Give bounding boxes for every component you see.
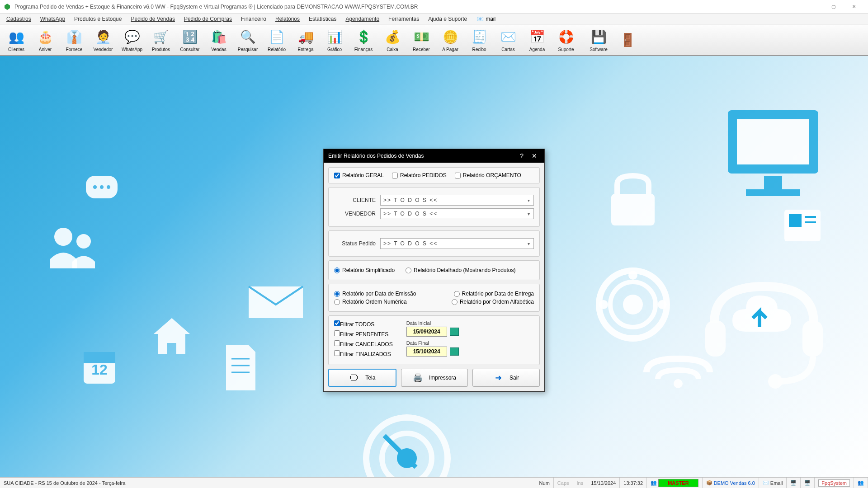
menu-produtos-estoque[interactable]: Produtos e Estoque <box>70 15 126 23</box>
toolbar-gráfico[interactable]: 📊Gráfico <box>320 25 349 54</box>
toolbar-entrega[interactable]: 🚚Entrega <box>291 25 320 54</box>
menu-ajuda-suporte[interactable]: Ajuda e Suporte <box>424 15 472 23</box>
data-inicial-input[interactable] <box>406 327 447 337</box>
sair-button[interactable]: ➜ Sair <box>472 369 540 387</box>
toolbar-receber[interactable]: 💵Receber <box>407 25 436 54</box>
menu-relatorios[interactable]: Relatórios <box>271 15 304 23</box>
toolbar-whatsapp[interactable]: 💬WhatsApp <box>118 25 146 54</box>
data-inicial-label: Data Inicial <box>406 320 459 326</box>
toolbar-vendas[interactable]: 🛍️Vendas <box>204 25 233 54</box>
status-time: 13:37:32 <box>620 478 647 488</box>
svg-rect-16 <box>746 189 800 196</box>
status-combo[interactable]: >> T O D O S << ▾ <box>380 238 534 249</box>
cliente-combo[interactable]: >> T O D O S << ▾ <box>380 195 534 206</box>
clientes-icon: 👥 <box>7 28 25 46</box>
menu-estatisticas[interactable]: Estatísticas <box>304 15 341 23</box>
toolbar-fornece[interactable]: 👔Fornece <box>60 25 89 54</box>
toolbar-exit[interactable]: 🚪 <box>613 25 642 54</box>
status-people-icon[interactable]: 👥 <box>854 478 868 488</box>
svg-text:12: 12 <box>91 361 108 378</box>
toolbar-vendedor[interactable]: 🧑‍💼Vendedor <box>89 25 118 54</box>
check-filtrar-pendentes[interactable]: Filtrar PENDENTES <box>334 330 393 338</box>
toolbar-caixa[interactable]: 💰Caixa <box>378 25 407 54</box>
menu-cadastros[interactable]: Cadastros <box>2 15 36 23</box>
maximize-button[interactable]: ▢ <box>823 0 844 14</box>
toolbar-produtos[interactable]: 🛒Produtos <box>146 25 175 54</box>
status-brand[interactable]: FpqSystem <box>815 478 854 488</box>
toolbar-software[interactable]: 💾Software <box>584 25 613 54</box>
radio-data-entrega[interactable]: Relatório por Data de Entrega <box>454 291 534 297</box>
gráfico-icon: 📊 <box>326 28 344 46</box>
svg-point-30 <box>768 374 783 389</box>
menu-pedido-compras[interactable]: Pedido de Compras <box>179 15 236 23</box>
check-filtrar-finalizados[interactable]: Filtrar FINALIZADOS <box>334 350 393 357</box>
vendedor-combo[interactable]: >> T O D O S << ▾ <box>380 208 534 219</box>
radio-data-emissao[interactable]: Relatório por Data de Emissão <box>334 291 416 297</box>
window-titlebar: Programa Pedido de Vendas + Estoque & Fi… <box>0 0 868 14</box>
menu-whatsapp[interactable]: WhatsApp <box>36 15 70 23</box>
vendedor-icon: 🧑‍💼 <box>94 28 112 46</box>
workspace: 12 Emitir Relatório dos Pedidos de Venda… <box>0 56 868 477</box>
svg-point-3 <box>107 185 110 189</box>
radio-ordem-numerica[interactable]: Relatório Ordem Numérica <box>334 299 407 305</box>
user-icon: 👥 <box>651 480 657 486</box>
status-screen-icon[interactable]: 🖥️ <box>787 478 801 488</box>
toolbar-relatório[interactable]: 📄Relatório <box>262 25 291 54</box>
svg-rect-14 <box>737 119 809 164</box>
menu-mail[interactable]: 📧 mail <box>477 16 495 22</box>
software-icon: 💾 <box>590 28 608 46</box>
svg-point-31 <box>674 379 683 388</box>
menu-pedido-vendas[interactable]: Pedido de Vendas <box>126 15 179 23</box>
check-filtrar-todos[interactable]: Filtrar TODOS <box>334 320 393 328</box>
toolbar-a pagar[interactable]: 🪙A Pagar <box>436 25 465 54</box>
agenda-icon: 📅 <box>528 28 546 46</box>
radio-ordem-alfabetica[interactable]: Relatório por Ordem Alfabética <box>452 299 534 305</box>
svg-point-19 <box>623 295 643 314</box>
status-demo: 📦 DEMO Vendas 6.0 <box>703 478 759 488</box>
exit-icon: ➜ <box>493 373 503 383</box>
toolbar-agenda[interactable]: 📅Agenda <box>523 25 552 54</box>
dialog-close-button[interactable]: ✕ <box>529 152 540 160</box>
dialog-help-button[interactable]: ? <box>520 152 524 160</box>
relatório-icon: 📄 <box>268 28 286 46</box>
app-icon <box>4 3 11 10</box>
check-relatorio-orcamento[interactable]: Relatório ORÇAMENTO <box>455 172 521 178</box>
check-relatorio-pedidos[interactable]: Relatóro PEDIDOS <box>392 172 447 178</box>
close-button[interactable]: ✕ <box>844 0 864 14</box>
calendar-icon[interactable] <box>450 347 459 356</box>
printer-icon: 🖨️ <box>413 373 423 383</box>
data-final-input[interactable] <box>406 347 447 357</box>
svg-point-5 <box>76 234 91 249</box>
finanças-icon: 💲 <box>354 28 373 46</box>
minimize-button[interactable]: — <box>802 0 823 14</box>
radio-simplificado[interactable]: Relatório Simplificado <box>334 267 395 273</box>
menu-agendamento[interactable]: Agendamento <box>341 15 384 23</box>
cliente-label: CLIENTE <box>334 197 376 203</box>
menu-ferramentas[interactable]: Ferramentas <box>384 15 424 23</box>
main-toolbar: 👥Clientes🎂Aniver👔Fornece🧑‍💼Vendedor💬What… <box>0 24 868 56</box>
toolbar-cartas[interactable]: ✉️Cartas <box>494 25 523 54</box>
toolbar-finanças[interactable]: 💲Finanças <box>349 25 378 54</box>
check-filtrar-cancelados[interactable]: Filtrar CANCELADOS <box>334 340 393 347</box>
status-monitor-icon[interactable]: 🖥️ <box>801 478 815 488</box>
calendar-icon[interactable] <box>450 328 459 336</box>
svg-point-20 <box>599 300 608 309</box>
impressora-button[interactable]: 🖨️ Impressora <box>401 369 468 387</box>
toolbar-pesquisar[interactable]: 🔍Pesquisar <box>233 25 262 54</box>
status-num: Num <box>536 478 554 488</box>
menu-financeiro[interactable]: Financeiro <box>236 15 271 23</box>
toolbar-recibo[interactable]: 🧾Recibo <box>465 25 494 54</box>
check-relatorio-geral[interactable]: Relatório GERAL <box>334 172 384 178</box>
status-email[interactable]: ✉️ Email <box>759 478 787 488</box>
status-location: SUA CIDADE - RS 15 de Outubro de 2024 - … <box>0 480 536 486</box>
toolbar-consultar[interactable]: 🔢Consultar <box>175 25 204 54</box>
radio-detalhado[interactable]: Relatório Detalhado (Mostrando Produtos) <box>406 267 515 273</box>
entrega-icon: 🚚 <box>297 28 315 46</box>
toolbar-clientes[interactable]: 👥Clientes <box>2 25 31 54</box>
chevron-down-icon: ▾ <box>528 198 531 203</box>
toolbar-aniver[interactable]: 🎂Aniver <box>31 25 60 54</box>
dialog-titlebar[interactable]: Emitir Relatório dos Pedidos de Vendas ?… <box>324 149 544 163</box>
svg-rect-23 <box>611 194 655 225</box>
tela-button[interactable]: 🖵 Tela <box>328 369 396 387</box>
toolbar-suporte[interactable]: 🛟Suporte <box>552 25 580 54</box>
